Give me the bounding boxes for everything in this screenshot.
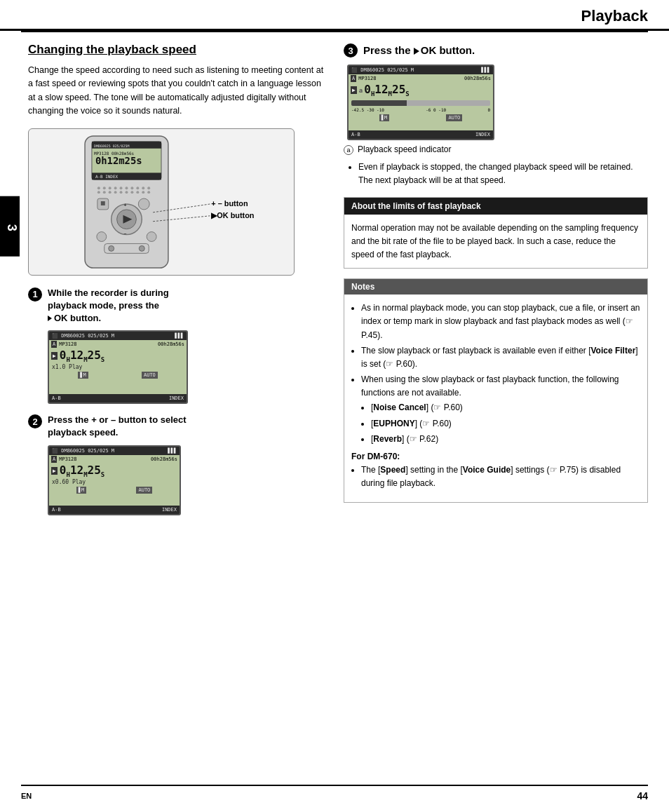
svg-text:+ – button: + – button (211, 198, 248, 207)
svg-text:▶OK button: ▶OK button (211, 210, 254, 219)
step-3: 3 Press the OK button. ⬛ DM860025 025/02… (344, 43, 648, 187)
page-footer: EN 44 (21, 785, 648, 801)
indicator-note-item: Even if playback is stopped, the changed… (358, 161, 648, 187)
svg-point-25 (136, 191, 139, 194)
notes-sub-1: [Noise Cancel] (☞ P.60) (371, 401, 640, 414)
svg-text:DM860025 025/025M: DM860025 025/025M (94, 143, 130, 147)
lcd-screen-1: ⬛ DM860025 025/025 M ▋▋▋ A MP3128 00h28m… (48, 330, 188, 404)
indicator-row: a Playback speed indicator (344, 144, 648, 155)
notes-item-2: The slow playback or fast playback is av… (361, 344, 640, 371)
svg-point-10 (109, 187, 112, 189)
svg-point-11 (114, 187, 117, 189)
svg-point-20 (109, 191, 112, 194)
step-3-header: 3 Press the OK button. (344, 43, 648, 57)
svg-text:A-B       INDEX: A-B INDEX (95, 174, 119, 179)
svg-text:–: – (124, 230, 127, 235)
svg-point-17 (147, 187, 150, 189)
step-2-header: 2 Press the + or – button to selectplayb… (28, 414, 330, 439)
step-3-number: 3 (344, 43, 358, 57)
notes-box: Notes As in normal playback mode, you ca… (344, 278, 648, 502)
svg-text:0h12m25s: 0h12m25s (95, 154, 142, 165)
dm670-list: The [Speed] setting in the [Voice Guide]… (351, 463, 640, 490)
notes-item-1: As in normal playback mode, you can stop… (361, 302, 640, 342)
svg-point-8 (97, 187, 100, 189)
svg-point-9 (103, 187, 106, 189)
step-1: 1 While the recorder is duringplayback m… (28, 287, 330, 405)
svg-rect-29 (101, 201, 105, 205)
step-2-number: 2 (28, 414, 42, 428)
indicator-notes: Even if playback is stopped, the changed… (347, 161, 648, 187)
warning-box: About the limits of fast playback Normal… (344, 197, 648, 269)
step-1-header: 1 While the recorder is duringplayback m… (28, 287, 330, 325)
step-2: 2 Press the + or – button to selectplayb… (28, 414, 330, 515)
svg-point-39 (109, 245, 114, 251)
lcd-screen-2: ⬛ DM860025 025/025 M ▋▋▋ A MP3128 00h28m… (48, 445, 181, 515)
svg-point-14 (130, 187, 133, 189)
right-column: 3 Press the OK button. ⬛ DM860025 025/02… (344, 32, 648, 525)
notes-sub-3: [Reverb] (☞ P.62) (371, 433, 640, 446)
svg-text:+: + (124, 202, 127, 207)
notes-body: As in normal playback mode, you can stop… (344, 295, 647, 501)
intro-text: Change the speed according to need such … (28, 64, 330, 119)
svg-point-22 (120, 191, 123, 194)
indicator-circle: a (344, 145, 353, 155)
section-title: Changing the playback speed (28, 43, 330, 57)
svg-point-13 (125, 187, 128, 189)
svg-point-27 (147, 191, 150, 194)
page-title: Playback (581, 7, 648, 25)
content-wrapper: Changing the playback speed Change the s… (0, 32, 669, 539)
step-1-text: While the recorder is duringplayback mod… (48, 287, 169, 325)
svg-point-15 (136, 187, 139, 189)
device-diagram: DM860025 025/025M MP3128 00h28m56s 0h12m… (28, 128, 295, 276)
left-column: Changing the playback speed Change the s… (28, 32, 330, 525)
warning-title: About the limits of fast playback (344, 198, 647, 215)
dm670-item: The [Speed] setting in the [Voice Guide]… (361, 463, 640, 490)
step-2-text: Press the + or – button to selectplaybac… (48, 414, 187, 439)
svg-point-36 (97, 231, 107, 241)
notes-title: Notes (344, 279, 647, 295)
svg-point-16 (142, 187, 144, 189)
chapter-number: 3 (4, 224, 19, 231)
svg-point-18 (97, 191, 100, 194)
warning-body: Normal operation may not be available de… (344, 215, 647, 268)
svg-point-23 (125, 191, 128, 194)
footer-lang: EN (21, 792, 32, 800)
svg-point-12 (120, 187, 123, 189)
svg-point-19 (103, 191, 106, 194)
svg-point-21 (114, 191, 117, 194)
indicator-label: Playback speed indicator (358, 144, 451, 154)
svg-point-26 (142, 191, 144, 194)
lcd-screen-3: ⬛ DM860025 025/025 M ▋▋▋ A MP3128 00h28m… (347, 65, 494, 140)
svg-point-40 (139, 245, 144, 251)
notes-list: As in normal playback mode, you can stop… (351, 302, 640, 446)
notes-item-3: When using the slow playback or fast pla… (361, 373, 640, 446)
chapter-tab: 3 Playback (0, 196, 20, 257)
notes-sub-2: [EUPHONY] (☞ P.60) (371, 417, 640, 431)
svg-point-30 (138, 198, 149, 210)
device-svg: DM860025 025/025M MP3128 00h28m56s 0h12m… (29, 129, 294, 275)
dm670-title: For DM-670: (351, 450, 640, 463)
footer-page: 44 (637, 790, 648, 801)
notes-sublist: [Noise Cancel] (☞ P.60) [EUPHONY] (☞ P.6… (361, 401, 640, 446)
step-3-text: Press the OK button. (363, 43, 475, 57)
svg-point-24 (130, 191, 133, 194)
page-header: Playback (0, 0, 669, 31)
svg-point-37 (147, 231, 156, 241)
step-1-number: 1 (28, 287, 42, 302)
